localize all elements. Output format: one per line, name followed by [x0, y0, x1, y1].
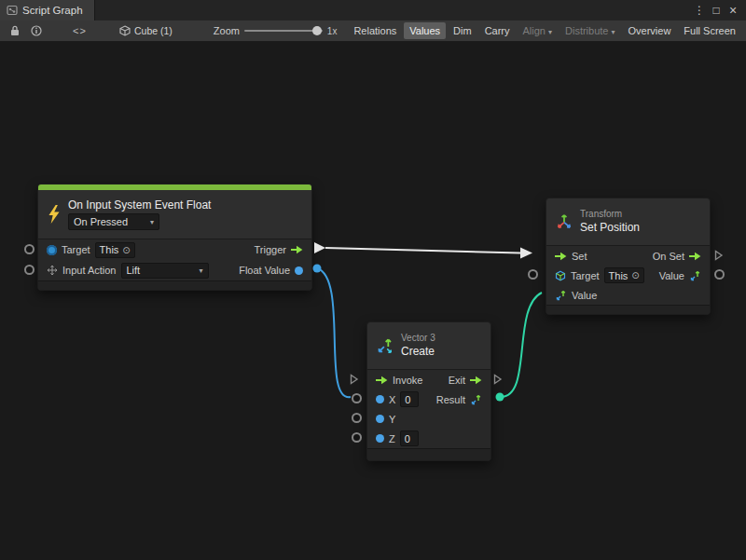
y-input-port[interactable]	[352, 413, 362, 423]
value-in-row: Value	[546, 285, 710, 305]
distribute-button[interactable]: Distribute▾	[560, 22, 620, 39]
fullscreen-button[interactable]: Full Screen	[678, 22, 741, 39]
z-port-label: Z	[389, 433, 395, 444]
code-icon: <>	[73, 25, 87, 36]
lock-button[interactable]	[4, 20, 25, 41]
relations-button[interactable]: Relations	[348, 22, 402, 39]
invoke-port[interactable]	[350, 374, 359, 385]
z-value-field[interactable]: 0	[400, 430, 419, 446]
gameobject-icon	[555, 270, 566, 281]
graph-target-selector[interactable]: Cube (1)	[119, 25, 173, 36]
float-port-icon[interactable]	[376, 434, 384, 443]
title-bar: Script Graph ⋮ □ ×	[0, 0, 746, 21]
invoke-exit-row: Invoke Exit	[367, 370, 490, 389]
value-in-port-label: Value	[572, 290, 597, 301]
x-input-port[interactable]	[352, 393, 362, 403]
carry-button[interactable]: Carry	[479, 22, 516, 39]
z-row: Z 0	[367, 429, 490, 448]
graph-toolbar: <> Cube (1) Zoom 1x Relations Values Dim…	[0, 20, 746, 42]
target-object-field[interactable]: This ⊙	[95, 242, 135, 258]
maximize-button[interactable]: □	[708, 0, 725, 20]
exit-port[interactable]	[493, 374, 503, 385]
float-port-icon[interactable]	[376, 395, 384, 403]
transform-target-port[interactable]	[528, 269, 538, 280]
z-input-port[interactable]	[352, 432, 362, 443]
event-node-ports: Target This ⊙ Trigger Input Action	[38, 239, 311, 280]
input-action-icon	[47, 265, 58, 276]
float-port-icon[interactable]	[376, 415, 384, 423]
result-port-label: Result	[436, 394, 465, 405]
event-target-port[interactable]	[24, 244, 35, 254]
lock-icon	[10, 25, 20, 36]
node-transform-set-position[interactable]: Transform Set Position Set On Set	[546, 198, 711, 315]
zoom-slider[interactable]	[244, 30, 323, 32]
node-on-input-system-event-float[interactable]: On Input System Event Float On Pressed ▾…	[37, 184, 312, 291]
y-port-label: Y	[389, 414, 395, 425]
onset-port-label: On Set	[653, 251, 684, 262]
node-footer	[367, 448, 490, 460]
x-port-label: X	[389, 394, 395, 405]
vector3-port-icon[interactable]	[689, 269, 701, 281]
flow-arrow-icon[interactable]	[470, 376, 482, 385]
chevron-down-icon: ▾	[548, 28, 552, 36]
transform-node-ports: Set On Set Target This ⊙ Value	[546, 245, 710, 305]
vector3-type-label: Vector 3	[401, 333, 435, 343]
transform-type-label: Transform	[580, 209, 640, 219]
flow-arrow-icon[interactable]	[291, 245, 303, 254]
event-input-action-port[interactable]	[24, 265, 35, 275]
vector3-node-ports: Invoke Exit X 0 Result Y	[367, 369, 490, 448]
flow-arrow-icon[interactable]	[376, 376, 388, 385]
x-result-row: X 0 Result	[367, 389, 490, 409]
event-node-title: On Input System Event Float	[68, 198, 211, 212]
zoom-value: 1x	[327, 26, 338, 36]
node-footer	[546, 305, 710, 314]
values-button[interactable]: Values	[404, 22, 446, 39]
flow-arrow-icon[interactable]	[689, 252, 701, 261]
event-mode-dropdown[interactable]: On Pressed ▾	[68, 213, 159, 230]
dim-button[interactable]: Dim	[448, 22, 477, 39]
zoom-label: Zoom	[214, 25, 240, 36]
lightning-icon	[47, 205, 62, 224]
script-graph-window: Script Graph ⋮ □ × <>	[0, 0, 746, 560]
target-port-label: Target	[571, 270, 600, 281]
close-button[interactable]: ×	[725, 0, 741, 20]
info-button[interactable]	[25, 20, 47, 41]
target-object-field[interactable]: This ⊙	[604, 267, 644, 283]
script-graph-icon	[7, 5, 18, 16]
vector3-node-header: Vector 3 Create	[367, 322, 490, 369]
flow-arrow-icon[interactable]	[555, 252, 567, 261]
object-picker-icon: ⊙	[631, 270, 639, 280]
tab-script-graph[interactable]: Script Graph	[0, 0, 95, 20]
toolbar-buttons: Relations Values Dim Carry Align▾ Distri…	[347, 22, 742, 39]
input-action-row: Input Action Lift ▾ Float Value	[38, 260, 311, 280]
edit-source-button[interactable]: <>	[64, 20, 95, 41]
vector3-port-icon[interactable]	[555, 289, 567, 301]
object-picker-icon: ⊙	[122, 245, 130, 255]
info-icon	[31, 25, 42, 36]
input-action-dropdown[interactable]: Lift ▾	[121, 263, 209, 279]
target-port-label: Target	[62, 244, 90, 255]
onset-port[interactable]	[714, 250, 724, 261]
overview-button[interactable]: Overview	[623, 22, 677, 39]
window-menu-button[interactable]: ⋮	[691, 0, 708, 20]
graph-target-label: Cube (1)	[134, 25, 173, 36]
node-vector3-create[interactable]: Vector 3 Create Invoke Exit X 0	[366, 321, 491, 461]
gameobject-icon	[47, 245, 57, 255]
x-value-field[interactable]: 0	[400, 391, 419, 407]
chevron-down-icon: ▾	[191, 266, 202, 275]
chevron-down-icon: ▾	[143, 218, 154, 226]
set-onset-row: Set On Set	[546, 246, 710, 266]
invoke-port-label: Invoke	[393, 375, 422, 386]
vector3-icon	[376, 336, 394, 355]
zoom-slider-knob[interactable]	[312, 26, 322, 35]
float-port-icon[interactable]	[295, 266, 303, 275]
value-out-port[interactable]	[714, 269, 725, 280]
vector3-port-icon[interactable]	[470, 393, 482, 405]
tab-label: Script Graph	[22, 5, 83, 16]
exit-port-label: Exit	[449, 375, 465, 386]
align-button[interactable]: Align▾	[518, 22, 558, 39]
node-footer	[38, 280, 311, 290]
target-value-row: Target This ⊙ Value	[546, 266, 710, 285]
float-value-port-label: Float Value	[239, 265, 290, 276]
window-controls: ⋮ □ ×	[691, 0, 746, 20]
